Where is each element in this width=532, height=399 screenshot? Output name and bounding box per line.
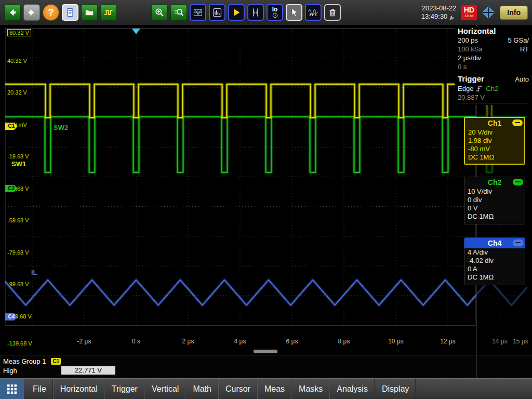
spectrum-icon [212,7,222,18]
ch4-coupling: DC 1MΩ [464,273,525,282]
forward-arrow-icon [26,7,37,18]
io-clock-icon [272,12,278,18]
ch1-title: Ch1 [488,119,501,127]
waveform-display[interactable]: 60.32 V40.32 V20.32 V320 mV-19.68 V-39.6… [0,25,532,355]
spectrum-button[interactable] [209,4,225,21]
oscilloscope-screen: ? [0,0,532,399]
channel-panel-ch1[interactable]: Ch1 20 V/div 1.98 div -80 mV DC 1MΩ [464,117,525,165]
meas-row-label: High [3,367,61,375]
meas-high-value: 22.771 V [61,366,115,375]
info-button[interactable]: Info [500,6,528,20]
menu-item-masks[interactable]: Masks [292,379,330,399]
trigger-title: Trigger [458,74,484,84]
trace-sw1 [0,84,532,118]
delete-button[interactable] [324,4,341,21]
measurement-bar: Meas Group 1 C1 High 22.771 V [0,355,532,378]
undo-button[interactable] [4,4,21,21]
meas-group-label[interactable]: Meas Group 1 [3,357,46,365]
trigger-level-value: 20.887 V [458,93,485,102]
folder-icon [84,7,95,18]
resolution-value: 200 ps [458,36,478,45]
grid-waveform-icon [193,7,203,18]
menu-item-display[interactable]: Display [375,379,416,399]
ch4-position: -4.02 div [464,257,525,265]
ch2-minimize-button[interactable] [513,179,523,185]
channel-panel-ch2[interactable]: Ch2 10 V/div 0 div 0 V DC 1MΩ [464,177,525,224]
menu-item-math[interactable]: Math [186,379,219,399]
history-button[interactable]: Io [267,4,283,21]
trigger-level-line [458,103,529,103]
ch4-offset: 0 A [464,265,525,273]
trash-icon [327,7,338,18]
trigger-panel[interactable]: Trigger Auto Edge Ch2 20.887 V [455,74,532,105]
menu-grid-button[interactable] [0,379,24,399]
grid-menu-icon [7,384,17,394]
date-label: 2023-08-22 [421,4,457,12]
trigger-mode-value: Auto [515,75,529,84]
toolbar-status: 2023-08-22 13:49:30 HD 16 bit Info [421,4,528,21]
fft-button[interactable]: FFT [305,4,322,21]
smartgrid-icon[interactable] [482,6,495,19]
report-button[interactable] [62,4,78,21]
cursor-button[interactable] [247,4,264,21]
ch1-offset: -80 mV [465,145,524,153]
search-icon [174,7,184,18]
trigger-source-value: Ch2 [486,84,498,93]
ch2-scale: 10 V/div [464,188,525,196]
sample-rate-value: 5 GSa/ [508,36,529,45]
hd-mode-badge[interactable]: HD 16 bit [461,5,477,20]
menu-item-file[interactable]: File [26,379,54,399]
ch1-minimize-button[interactable] [512,119,523,126]
menu-items: FileHorizontalTriggerVerticalMathCursorM… [26,379,416,399]
ch2-title: Ch2 [488,178,501,187]
menu-item-trigger[interactable]: Trigger [105,379,145,399]
menu-item-analysis[interactable]: Analysis [330,379,375,399]
trigger-position-marker[interactable] [132,29,140,34]
ch1-position: 1.98 div [465,137,524,145]
run-control-button[interactable] [228,4,245,21]
record-length-value: 100 kSa [458,45,483,54]
pointer-icon [289,7,299,18]
ch4-scale: 4 A/div [464,248,525,257]
horizontal-position-value: 0 s [458,62,467,71]
bottom-menu-bar: FileHorizontalTriggerVerticalMathCursorM… [0,378,532,399]
menu-item-vertical[interactable]: Vertical [145,379,186,399]
ch2-offset: 0 V [464,204,525,212]
menu-item-meas[interactable]: Meas [258,379,292,399]
horizontal-title: Horizontal [458,26,496,36]
signal-config-button[interactable] [100,4,117,21]
ch2-coupling: DC 1MΩ [464,212,525,221]
pointer-mode-button[interactable] [286,4,302,21]
timebase-value: 2 µs/div [458,54,481,62]
document-icon [65,7,75,18]
ch4-minimize-button[interactable] [513,240,523,246]
file-open-button[interactable] [81,4,98,21]
trace-fuzz-il [4,280,532,305]
scope-graticule [0,25,532,355]
question-icon: ? [48,7,54,18]
cursor-lines-icon [250,7,261,18]
toolbar-spacer [119,12,149,13]
ch1-coupling: DC 1MΩ [465,153,524,162]
help-button[interactable]: ? [43,4,59,21]
datetime: 2023-08-22 13:49:30 [421,4,457,21]
search-button[interactable] [170,4,187,21]
toolbar-buttons: ? [4,4,341,21]
redo-button[interactable] [23,4,40,21]
tools-icon [449,14,456,20]
horizontal-scrollbar[interactable] [254,350,277,353]
toolbar: ? [0,0,532,25]
back-arrow-icon [7,7,18,18]
horizontal-panel[interactable]: Horizontal 200 ps 5 GSa/ 100 kSa RT 2 µs… [455,26,532,73]
menu-item-horizontal[interactable]: Horizontal [54,379,105,399]
play-icon [231,7,242,18]
panel-separator-lower [476,355,476,379]
zoom-button[interactable] [151,4,168,21]
channel-panel-ch4[interactable]: Ch4 4 A/div -4.02 div 0 A DC 1MΩ [464,237,525,285]
ch1-scale: 20 V/div [465,128,524,137]
meas-source-badge: C1 [51,358,61,365]
rising-edge-icon [476,85,483,92]
grid-display-button[interactable] [190,4,206,21]
zoom-in-icon [154,7,165,18]
menu-item-cursor[interactable]: Cursor [219,379,258,399]
